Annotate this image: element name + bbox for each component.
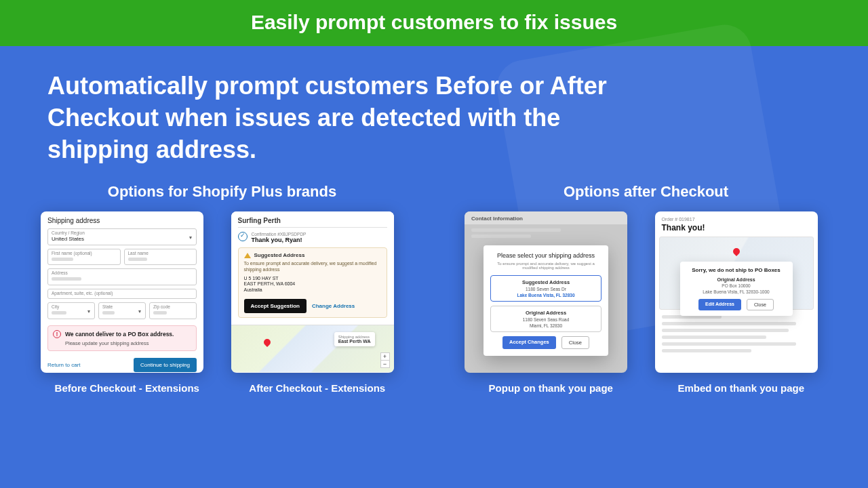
original-heading: Original Address bbox=[687, 277, 786, 282]
placeholder-bar bbox=[153, 311, 167, 314]
chevron-down-icon: ▾ bbox=[189, 234, 192, 240]
suggested-address-box: Suggested Address To ensure prompt and a… bbox=[238, 247, 387, 317]
right-column-title: Options after Checkout bbox=[465, 183, 827, 201]
modal-subtitle: To ensure prompt and accurate delivery, … bbox=[490, 262, 601, 270]
state-label: State bbox=[102, 305, 142, 310]
address-modal: Please select your shipping address To e… bbox=[484, 245, 608, 356]
card3-wrap: Contact Information Please select your s… bbox=[465, 211, 637, 394]
original-line1: 1180 Seven Seas Road bbox=[495, 317, 597, 322]
apartment-label: Apartment, suite, etc. (optional) bbox=[52, 291, 193, 296]
card2: Surfing Perth Confirmation #XBJPSDPDP Th… bbox=[231, 211, 394, 373]
left-column: Options for Shopify Plus brands Shipping… bbox=[41, 183, 403, 394]
accept-suggestion-button[interactable]: Accept Suggestion bbox=[244, 299, 307, 313]
country-value: United States bbox=[52, 236, 193, 242]
first-name-label: First name (optional) bbox=[52, 251, 117, 256]
card4-caption: Embed on thank you page bbox=[655, 382, 828, 394]
bg-skeleton bbox=[662, 315, 811, 352]
accept-changes-button[interactable]: Accept Changes bbox=[502, 336, 556, 349]
bg-skeleton bbox=[471, 228, 620, 238]
continue-button[interactable]: Continue to shipping bbox=[134, 358, 197, 372]
addr-line-1: PO Box 10000 bbox=[687, 283, 786, 289]
addr-line-2: Lake Buena Vista, FL 32830-1000 bbox=[687, 289, 786, 295]
card2-wrap: Surfing Perth Confirmation #XBJPSDPDP Th… bbox=[231, 211, 404, 394]
shipping-heading: Shipping address bbox=[47, 217, 197, 224]
card1: Shipping address Country / Region United… bbox=[41, 211, 203, 373]
country-select[interactable]: Country / Region United States ▾ bbox=[47, 228, 197, 245]
suggested-line1: 1180 Seven Seas Dr bbox=[495, 287, 597, 291]
addr-line-3: Australia bbox=[244, 287, 381, 293]
error-icon: ! bbox=[53, 330, 61, 338]
po-box-alert: ! We cannot deliver to a PO Box address.… bbox=[47, 325, 197, 351]
edit-address-button[interactable]: Edit Address bbox=[698, 299, 741, 310]
suggested-line2: Lake Buena Vista, FL 32830 bbox=[495, 293, 597, 298]
placeholder-bar bbox=[102, 311, 115, 314]
address-label: Address bbox=[52, 271, 193, 276]
map-city: East Perth WA bbox=[338, 339, 371, 344]
columns: Options for Shopify Plus brands Shipping… bbox=[0, 172, 868, 394]
map-address-card: Shipping address East Perth WA bbox=[334, 332, 375, 346]
card1-caption: Before Checkout - Extensions bbox=[41, 382, 214, 394]
return-to-cart-link[interactable]: Return to cart bbox=[47, 362, 80, 368]
address-input[interactable]: Address bbox=[47, 268, 197, 285]
order-number: Order # 019817 bbox=[662, 217, 811, 222]
card3-caption: Popup on thank you page bbox=[465, 382, 637, 394]
original-line2: Miami, FL 32830 bbox=[495, 323, 597, 328]
addr-line-1: U 5 190 HAY ST bbox=[244, 276, 381, 282]
left-cards: Shipping address Country / Region United… bbox=[41, 211, 403, 394]
zoom-out-icon[interactable]: − bbox=[381, 361, 389, 367]
original-address-option[interactable]: Original Address 1180 Seven Seas Road Mi… bbox=[490, 306, 601, 332]
map-pin-icon bbox=[262, 338, 271, 347]
suggested-title: Suggested Address bbox=[254, 252, 305, 258]
original-heading: Original Address bbox=[495, 310, 597, 316]
bg-heading: Contact Information bbox=[465, 211, 627, 224]
chevron-down-icon: ▾ bbox=[138, 308, 141, 314]
warning-icon bbox=[244, 253, 251, 258]
last-name-input[interactable]: Last name bbox=[124, 249, 197, 266]
placeholder-bar bbox=[52, 311, 66, 314]
card2-caption: After Checkout - Extensions bbox=[231, 382, 404, 394]
alert-title: We cannot deliver to a PO Box address. bbox=[65, 331, 174, 338]
state-select[interactable]: State ▾ bbox=[98, 302, 146, 319]
thank-you-heading: Thank you! bbox=[662, 223, 811, 232]
map-pin-icon bbox=[731, 247, 741, 256]
thank-you-text: Thank you, Ryan! bbox=[252, 237, 307, 243]
zip-label: Zip code bbox=[153, 305, 193, 310]
chevron-down-icon: ▾ bbox=[87, 308, 90, 314]
placeholder-bar bbox=[52, 277, 81, 281]
check-circle-icon bbox=[238, 232, 248, 241]
apartment-input[interactable]: Apartment, suite, etc. (optional) bbox=[47, 289, 197, 300]
placeholder-bar bbox=[128, 258, 147, 261]
zip-input[interactable]: Zip code bbox=[149, 302, 197, 319]
alert-subtitle: Please update your shipping address bbox=[65, 340, 191, 346]
left-column-title: Options for Shopify Plus brands bbox=[41, 183, 403, 201]
placeholder-bar bbox=[52, 258, 73, 261]
store-name: Surfing Perth bbox=[238, 217, 387, 228]
modal-title: Please select your shipping address bbox=[490, 252, 601, 259]
change-address-link[interactable]: Change Address bbox=[312, 303, 355, 309]
map-label: Shipping address bbox=[338, 335, 371, 339]
zoom-in-icon[interactable]: + bbox=[381, 353, 389, 361]
headline: Automatically prompt customers Before or… bbox=[0, 46, 678, 172]
card4: Order # 019817 Thank you! Sorry, we do n… bbox=[655, 211, 818, 373]
last-name-label: Last name bbox=[128, 251, 193, 256]
addr-line-2: EAST PERTH, WA 6004 bbox=[244, 281, 381, 287]
confirmation-number: Confirmation #XBJPSDPDP bbox=[252, 232, 307, 237]
card1-wrap: Shipping address Country / Region United… bbox=[41, 211, 214, 394]
card4-wrap: Order # 019817 Thank you! Sorry, we do n… bbox=[655, 211, 828, 394]
city-label: City bbox=[52, 305, 91, 310]
suggested-subtitle: To ensure prompt and accurate delivery, … bbox=[244, 260, 381, 272]
sorry-text: Sorry, we do not ship to PO Boxes bbox=[687, 267, 786, 273]
city-input[interactable]: City ▾ bbox=[47, 302, 95, 319]
banner: Easily prompt customers to fix issues bbox=[0, 0, 868, 46]
suggested-address-option[interactable]: Suggested Address 1180 Seven Seas Dr Lak… bbox=[490, 275, 601, 302]
close-button[interactable]: Close bbox=[747, 299, 774, 310]
map-zoom[interactable]: + − bbox=[380, 352, 390, 368]
card3: Contact Information Please select your s… bbox=[465, 211, 627, 373]
close-button[interactable]: Close bbox=[561, 336, 589, 349]
suggested-heading: Suggested Address bbox=[495, 279, 597, 285]
map-area: Sorry, we do not ship to PO Boxes Origin… bbox=[659, 237, 814, 310]
right-cards: Contact Information Please select your s… bbox=[465, 211, 827, 394]
map: Shipping address East Perth WA + − bbox=[231, 325, 394, 372]
po-box-warning: Sorry, we do not ship to PO Boxes Origin… bbox=[680, 262, 793, 316]
first-name-input[interactable]: First name (optional) bbox=[47, 249, 121, 266]
